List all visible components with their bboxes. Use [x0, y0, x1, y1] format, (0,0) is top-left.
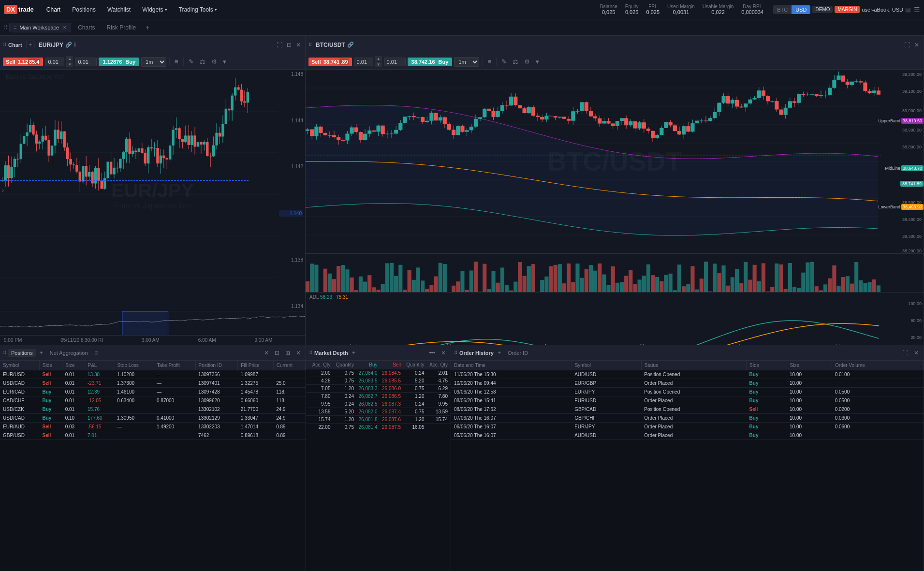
more-icon-right[interactable]: ▾: [534, 57, 541, 66]
nav-chart[interactable]: Chart: [42, 4, 65, 15]
cell-tp: —: [154, 370, 195, 379]
positions-expand-btn[interactable]: ⊡: [273, 349, 281, 357]
timeframe-left[interactable]: 1m5m15m1h: [141, 57, 166, 67]
tab-risk-profile[interactable]: Risk Profile: [102, 22, 141, 33]
price-input-right[interactable]: [384, 58, 406, 66]
symbol-label-right: BTC/USDT: [316, 42, 345, 48]
order-close-btn[interactable]: ✕: [912, 349, 921, 357]
order-drag[interactable]: ⠿: [454, 350, 457, 355]
draw-tool-left[interactable]: ✎: [187, 57, 196, 66]
eurjpy-chart-canvas: [0, 70, 278, 278]
cell-pnl: 12.39: [85, 388, 114, 396]
currency-toggle[interactable]: BTC USD: [773, 5, 810, 14]
lot-up-right[interactable]: ▲: [375, 56, 382, 61]
positions-close-btn[interactable]: ✕: [262, 349, 271, 357]
grid-icon[interactable]: ⊞: [905, 6, 911, 14]
sell-btn-left[interactable]: Sell 1.1285.4: [3, 58, 43, 66]
expand-icon-right[interactable]: ⛶: [903, 41, 911, 49]
nav-widgets[interactable]: Widgets: [137, 4, 172, 15]
chart-area-left[interactable]: › Euro vs Japanese Yen EUR/JPY Euro vs J…: [0, 70, 305, 311]
tab-net-aggregation[interactable]: Net Aggregation: [47, 349, 91, 357]
cell-ord-size: 10.00: [787, 414, 832, 423]
currency-usd[interactable]: USD: [792, 5, 810, 14]
cell-ord-symbol: AUD/USD: [572, 431, 641, 440]
add-depth-btn[interactable]: +: [350, 349, 357, 357]
scale-icon-left[interactable]: ⚖: [198, 57, 207, 66]
order-type-right[interactable]: ≡: [485, 57, 493, 66]
cell-ord-size: 10.00: [787, 379, 832, 388]
positions-drag-handle[interactable]: ⠿: [3, 350, 6, 355]
cell-status: Order Placed: [641, 423, 746, 431]
cell-current: 0.89: [273, 423, 305, 431]
add-position-btn[interactable]: +: [38, 349, 45, 357]
cell-datetime: 06/06/20 The 16:07: [451, 423, 572, 431]
col-fill: Fill Price: [238, 361, 273, 370]
settings-icon-right[interactable]: ⚙: [522, 57, 532, 66]
order-expand-btn[interactable]: ⛶: [900, 349, 910, 357]
draw-tool-right[interactable]: ✎: [499, 57, 509, 66]
drag-handle-right[interactable]: ⠿: [308, 42, 312, 47]
tab-charts[interactable]: Charts: [73, 22, 100, 33]
cross-icon[interactable]: ✕: [294, 41, 302, 49]
chart-nav-arrow[interactable]: ›: [2, 187, 4, 194]
stat-fpl: FPL 0,025: [646, 4, 660, 15]
top-nav: DX trade Chart Positions Watchlist Widge…: [0, 0, 924, 19]
cell-symbol: USD/CAD: [0, 414, 39, 423]
workspace-tab[interactable]: = Main Workspace ✕: [9, 23, 71, 32]
settings-icon-left[interactable]: ⚙: [209, 57, 219, 66]
cell-status: Position Opened: [641, 405, 746, 414]
positions-row: USD/CZK Buy 0.01 15.76 13302102 21.7700 …: [0, 405, 306, 414]
positions-list-icon[interactable]: ≡: [93, 349, 100, 357]
cell-symbol: EUR/CAD: [0, 388, 39, 396]
nav-watchlist[interactable]: Watchlist: [103, 4, 135, 15]
add-workspace-btn[interactable]: +: [143, 24, 152, 31]
lot-stepper-left[interactable]: ▲ ▼: [66, 56, 73, 67]
tab-positions[interactable]: Positions: [8, 349, 36, 357]
split-icon[interactable]: ⊡: [285, 41, 293, 49]
fullscreen-icon[interactable]: ⛶: [275, 41, 284, 49]
lot-input-right[interactable]: [354, 58, 373, 66]
lot-input-left[interactable]: [45, 58, 64, 66]
cell-posid: 13097428: [195, 388, 238, 396]
buy-btn-right[interactable]: 38,742.16 Buy: [408, 58, 453, 66]
lot-up-left[interactable]: ▲: [66, 56, 73, 61]
cell-ord-size: 10.00: [787, 388, 832, 396]
buy-btn-left[interactable]: 1.12876 Buy: [99, 58, 139, 66]
positions-settings-btn[interactable]: ✕: [294, 349, 303, 357]
sell-btn-right[interactable]: Sell 38,741.89: [308, 58, 352, 66]
cell-pnl: 13.38: [85, 370, 114, 379]
add-chart-btn-left[interactable]: +: [26, 41, 35, 49]
positions-row: GBP/USD Sell 0.01 7.01 7462 0.89618 0.89: [0, 431, 306, 440]
chart-panel-right: ⠿ BTC/USDT 🔗 ⛶ ✕ Sell 38,741.89 ▲ ▼: [306, 36, 924, 345]
order-type-icon[interactable]: ≡: [173, 57, 180, 66]
lot-down-left[interactable]: ▼: [66, 62, 73, 67]
lot-stepper-right[interactable]: ▲ ▼: [375, 56, 382, 67]
workspace-close-icon[interactable]: ✕: [63, 25, 67, 30]
lot-down-right[interactable]: ▼: [375, 62, 382, 67]
price-input-left[interactable]: [75, 58, 97, 66]
drag-handle[interactable]: ⠿: [4, 25, 7, 30]
charts-row: ⠿ Chart + EUR/JPY 🔗 ℹ ⛶ ⊡ ✕ Sell 1.1285.…: [0, 36, 924, 345]
depth-more-btn[interactable]: •••: [427, 349, 437, 357]
nav-trading-tools[interactable]: Trading Tools: [174, 4, 222, 15]
currency-btc[interactable]: BTC: [773, 5, 792, 14]
timeframe-right[interactable]: 1m5m15m1h: [454, 57, 479, 67]
cell-status: Order Placed: [641, 431, 746, 440]
market-depth-header: ⠿ Market Depth + ••• ✕: [306, 345, 451, 361]
order-id-label: Order ID: [508, 350, 528, 356]
cell-ord-side: Buy: [747, 388, 787, 396]
close-icon-right[interactable]: ✕: [913, 41, 921, 49]
cell-ord-side: Buy: [747, 431, 787, 440]
scale-icon-right[interactable]: ⚖: [511, 57, 520, 66]
cell-ord-symbol: EUR/JPY: [572, 388, 641, 396]
market-depth-drag[interactable]: ⠿: [309, 350, 312, 355]
chain-icon-right: 🔗: [347, 42, 354, 48]
more-icon-left[interactable]: ▾: [221, 57, 228, 66]
nav-positions[interactable]: Positions: [67, 4, 101, 15]
drag-handle-left[interactable]: ⠿: [3, 42, 6, 47]
add-order-btn[interactable]: +: [496, 349, 503, 357]
depth-close-btn[interactable]: ✕: [439, 349, 448, 357]
menu-icon[interactable]: ☰: [914, 6, 920, 14]
positions-pop-btn[interactable]: ⊞: [283, 349, 292, 357]
btc-adl-panel: ADL 58.23 75.31 Feb Mar Apr May Jun Jul: [306, 292, 924, 345]
